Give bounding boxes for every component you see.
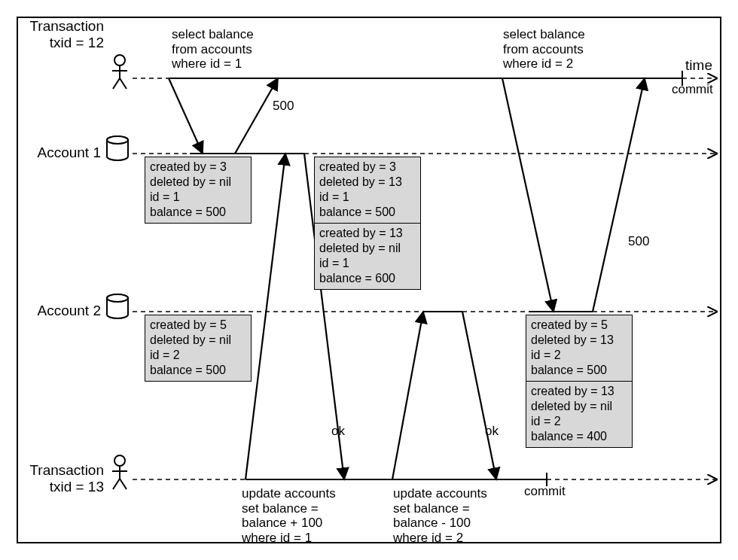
version-a1-new: created by = 13 deleted by = nil id = 1 … bbox=[314, 224, 421, 290]
svg-point-34 bbox=[107, 136, 128, 144]
edge-label-500-a: 500 bbox=[273, 99, 294, 114]
svg-line-16 bbox=[169, 78, 203, 154]
version-a2-old: created by = 5 deleted by = 13 id = 2 ba… bbox=[526, 315, 633, 382]
version-a2-new: created by = 13 deleted by = nil id = 2 … bbox=[526, 382, 633, 448]
diagram-frame: Transaction txid = 12 Account 1 Account … bbox=[17, 17, 721, 543]
svg-point-29 bbox=[114, 455, 125, 466]
query-select-id1: select balance from accounts where id = … bbox=[172, 27, 254, 72]
svg-point-37 bbox=[107, 294, 128, 302]
svg-line-21 bbox=[462, 312, 496, 479]
query-update-id1: update accounts set balance = balance + … bbox=[242, 486, 336, 543]
svg-point-24 bbox=[114, 55, 125, 65]
svg-line-22 bbox=[502, 78, 554, 312]
svg-line-27 bbox=[113, 78, 120, 89]
lane-label-txn12: Transaction txid = 12 bbox=[18, 18, 104, 51]
edge-label-ok-1: ok bbox=[331, 425, 345, 439]
svg-point-36 bbox=[107, 294, 128, 302]
time-axis-label: time bbox=[685, 57, 712, 74]
svg-line-32 bbox=[113, 479, 120, 489]
lane-label-account1: Account 1 bbox=[18, 145, 101, 161]
svg-line-28 bbox=[120, 78, 127, 89]
lane-label-txn13: Transaction txid = 13 bbox=[18, 462, 104, 495]
svg-line-33 bbox=[120, 479, 127, 489]
commit-label-top: commit bbox=[672, 83, 713, 97]
version-a2-initial: created by = 5 deleted by = nil id = 2 b… bbox=[145, 315, 252, 382]
version-a2-stack: created by = 5 deleted by = 13 id = 2 ba… bbox=[526, 315, 633, 448]
svg-line-20 bbox=[392, 312, 423, 479]
svg-line-23 bbox=[593, 78, 645, 312]
version-a1-old: created by = 3 deleted by = 13 id = 1 ba… bbox=[314, 157, 421, 224]
commit-label-bottom: commit bbox=[524, 485, 566, 499]
edge-label-ok-2: ok bbox=[485, 425, 499, 439]
edge-label-500-b: 500 bbox=[628, 235, 649, 249]
query-select-id2: select balance from accounts where id = … bbox=[503, 27, 585, 72]
version-a1-stack: created by = 3 deleted by = 13 id = 1 ba… bbox=[314, 157, 421, 290]
version-a1-initial: created by = 3 deleted by = nil id = 1 b… bbox=[145, 157, 252, 224]
lane-label-account2: Account 2 bbox=[18, 303, 101, 319]
query-update-id2: update accounts set balance = balance - … bbox=[393, 486, 487, 543]
svg-point-35 bbox=[107, 136, 128, 144]
svg-line-17 bbox=[235, 78, 278, 154]
